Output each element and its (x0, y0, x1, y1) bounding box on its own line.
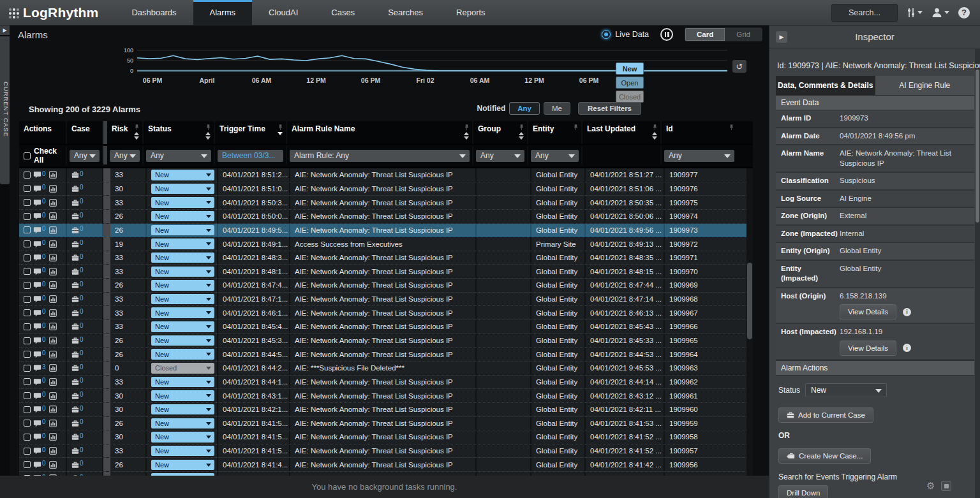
col-header-alarm-rule-name[interactable]: Alarm Rule Name (287, 121, 473, 144)
status-dropdown[interactable]: Closed (151, 363, 214, 374)
pause-button[interactable] (660, 28, 673, 41)
row-case-cell[interactable]: 0 (67, 458, 103, 471)
status-dropdown[interactable]: New (151, 253, 214, 263)
metrics-icon[interactable] (49, 309, 57, 317)
pin-icon[interactable] (206, 124, 211, 133)
card-view-button[interactable]: Card (685, 28, 725, 41)
row-case-cell[interactable]: 0 (67, 403, 103, 416)
notified-me-button[interactable]: Me (544, 102, 570, 115)
row-checkbox[interactable] (24, 199, 31, 206)
row-case-cell[interactable]: 0 (67, 334, 103, 348)
row-case-cell[interactable]: 0 (67, 251, 103, 265)
col-header-case[interactable]: Case (67, 121, 103, 144)
pin-icon[interactable] (653, 124, 657, 133)
metrics-icon[interactable] (49, 461, 57, 469)
legend-new-button[interactable]: New (616, 62, 644, 75)
metrics-icon[interactable] (49, 254, 57, 261)
row-checkbox[interactable] (24, 282, 31, 289)
metrics-icon[interactable] (49, 420, 57, 427)
comment-icon[interactable] (33, 212, 41, 220)
comment-icon[interactable] (33, 364, 41, 372)
status-dropdown[interactable]: New (151, 377, 214, 388)
metrics-icon[interactable] (49, 392, 57, 400)
row-checkbox[interactable] (24, 185, 31, 192)
table-row[interactable]: 0030New04/01/2021 8:51:0...AIE: Network … (19, 182, 753, 196)
pin-icon[interactable] (519, 124, 524, 133)
pin-icon[interactable] (729, 124, 734, 133)
row-case-cell[interactable]: 0 (67, 168, 103, 182)
table-row[interactable]: 0026New04/01/2021 8:47:4...AIE: Network … (19, 279, 753, 293)
comment-icon[interactable] (33, 281, 41, 289)
row-case-cell[interactable]: 0 (67, 376, 103, 389)
trigger-time-filter[interactable]: Between 03/3... (218, 150, 283, 162)
metrics-icon[interactable] (49, 433, 57, 441)
table-row[interactable]: 0026New04/01/2021 8:49:5...AIE: Network … (19, 224, 753, 238)
row-checkbox[interactable] (24, 226, 31, 233)
metrics-icon[interactable] (49, 171, 57, 179)
row-checkbox[interactable] (24, 378, 31, 385)
pin-icon[interactable] (574, 124, 578, 133)
row-checkbox[interactable] (24, 240, 31, 247)
comment-icon[interactable] (33, 199, 41, 207)
table-row[interactable]: 0026New04/01/2021 8:44:5...AIE: Network … (19, 348, 753, 362)
id-filter-dropdown[interactable]: Any (664, 150, 734, 162)
status-dropdown[interactable]: New (151, 170, 214, 180)
metrics-icon[interactable] (49, 364, 57, 372)
nav-item-alarms[interactable]: Alarms (193, 0, 252, 25)
row-checkbox[interactable] (24, 420, 31, 427)
risk-filter-dropdown[interactable]: Any (110, 150, 140, 162)
pin-icon[interactable] (135, 124, 139, 133)
drill-down-button[interactable]: Drill Down (778, 485, 828, 498)
entity-filter-dropdown[interactable]: Any (531, 150, 579, 162)
status-dropdown[interactable]: New (151, 294, 214, 305)
row-case-cell[interactable]: 0 (67, 293, 103, 306)
info-icon[interactable]: i (903, 344, 911, 352)
metrics-icon[interactable] (49, 268, 57, 275)
row-checkbox[interactable] (24, 406, 31, 413)
sort-icons[interactable] (464, 132, 469, 140)
row-checkbox[interactable] (24, 337, 31, 344)
view-details-button[interactable]: View Details (840, 304, 896, 319)
expand-panel-icon[interactable]: ▶ (0, 26, 10, 35)
table-row[interactable]: 300Closed04/01/2021 8:44:2...AIE: ***Sus… (19, 362, 753, 376)
metrics-icon[interactable] (49, 295, 57, 303)
gear-icon[interactable]: ⚙ (926, 480, 935, 492)
comment-icon[interactable] (33, 378, 41, 386)
group-filter-dropdown[interactable]: Any (476, 150, 524, 162)
row-checkbox[interactable] (24, 392, 31, 399)
col-header-trigger-time[interactable]: Trigger Time (215, 121, 287, 144)
table-row[interactable]: 0026New04/01/2021 8:50:0...AIE: Network … (19, 210, 753, 224)
metrics-icon[interactable] (49, 337, 57, 344)
live-data-toggle[interactable]: Live Data (602, 30, 649, 39)
metrics-icon[interactable] (49, 378, 57, 386)
table-row[interactable]: 0033New04/01/2021 8:47:1...AIE: Network … (19, 293, 753, 307)
user-menu-icon[interactable] (932, 7, 949, 18)
nav-item-cloudai[interactable]: CloudAI (252, 0, 315, 25)
sort-icons[interactable] (519, 132, 524, 140)
table-row[interactable]: 0026New04/01/2021 8:41:4...AIE: Network … (19, 458, 753, 472)
metrics-icon[interactable] (49, 226, 57, 234)
metrics-icon[interactable] (49, 447, 57, 455)
status-dropdown[interactable]: New (151, 390, 214, 401)
table-row[interactable]: 0033New04/01/2021 8:48:1...AIE: Network … (19, 265, 753, 279)
comment-icon[interactable] (33, 433, 41, 441)
comment-icon[interactable] (33, 171, 41, 179)
sort-icons[interactable] (205, 132, 211, 140)
row-case-cell[interactable]: 0 (67, 196, 103, 209)
add-to-current-case-button[interactable]: Add to Current Case (778, 407, 873, 423)
alarm-status-dropdown[interactable]: New (805, 383, 887, 397)
sort-icons[interactable] (652, 132, 657, 140)
status-dropdown[interactable]: New (151, 321, 214, 332)
tab-ai-engine-rule[interactable]: AI Engine Rule (875, 76, 975, 95)
metrics-icon[interactable] (49, 281, 57, 289)
status-dropdown[interactable]: New (151, 267, 214, 277)
row-case-cell[interactable]: 0 (67, 362, 103, 375)
view-details-button[interactable]: View Details (840, 341, 896, 356)
status-dropdown[interactable]: New (151, 238, 214, 249)
metrics-icon[interactable] (49, 240, 57, 248)
current-case-tab[interactable]: CURRENT CASE (0, 36, 10, 184)
metrics-icon[interactable] (49, 351, 57, 358)
comment-icon[interactable] (33, 351, 41, 358)
comment-icon[interactable] (33, 309, 41, 317)
nav-item-searches[interactable]: Searches (371, 0, 440, 25)
